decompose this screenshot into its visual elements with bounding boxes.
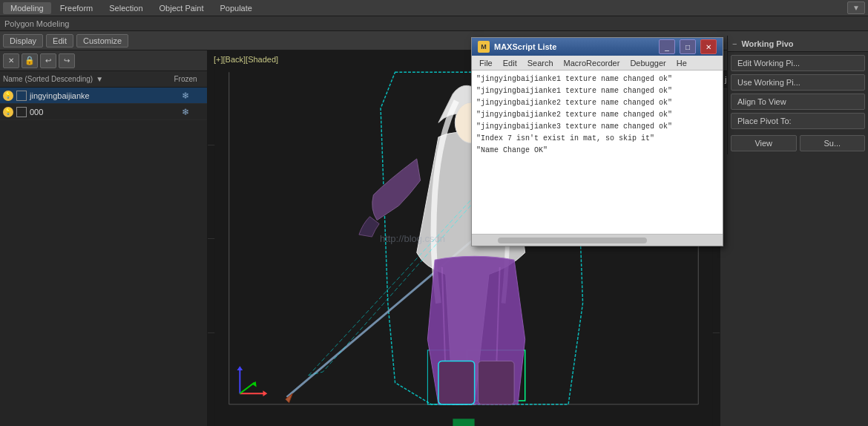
pivot-btn-su[interactable]: Su... [800, 135, 866, 151]
maxscript-menu-search[interactable]: Search [523, 57, 558, 69]
item-icon-bulb-1: 💡 [3, 107, 13, 117]
item-box-0 [16, 91, 27, 101]
menu-icon-btn[interactable]: ▼ [847, 1, 865, 14]
working-pivot-collapse-icon[interactable]: − [732, 39, 737, 48]
maxscript-line-0: "jingyingbaijianke1 texture name changed… [476, 73, 718, 85]
svg-rect-9 [438, 361, 475, 404]
left-btn-close[interactable]: ✕ [3, 53, 19, 68]
maxscript-scrollbar-area[interactable] [472, 234, 723, 246]
maxscript-line-2: "jingyingbaijianke2 texture name changed… [476, 97, 718, 109]
working-pivot-title: Working Pivo [741, 39, 793, 48]
pivot-btn-place[interactable]: Place Pivot To: [731, 113, 865, 129]
title-bar: Polygon Modeling [0, 16, 868, 31]
pivot-btn-use[interactable]: Use Working Pi... [731, 74, 865, 91]
maxscript-line-5: "Index 7 isn't exist in mat, so skip it" [476, 133, 718, 145]
list-items: 💡 jingyingbaijianke ❄ 💡 000 ❄ [0, 88, 207, 426]
left-btn-lock[interactable]: 🔒 [22, 53, 38, 68]
maxscript-line-1: "jingyingbaijianke1 texture name changed… [476, 85, 718, 97]
menu-tab-freeform[interactable]: Freeform [53, 2, 101, 14]
maxscript-menu-edit[interactable]: Edit [499, 57, 522, 69]
top-menubar: Modeling Freeform Selection Object Paint… [0, 0, 868, 16]
maxscript-title: MAXScript Liste [494, 42, 654, 51]
maxscript-hscrollbar[interactable] [498, 237, 646, 243]
working-pivot-header: − Working Pivo [728, 36, 868, 52]
maxscript-menubar: File Edit Search MacroRecorder Debugger … [472, 56, 723, 71]
item-frozen-1: ❄ [167, 107, 204, 117]
maxscript-line-4: "jingyingbaijianke3 texture name changed… [476, 121, 718, 133]
maxscript-content[interactable]: "jingyingbaijianke1 texture name changed… [472, 71, 723, 234]
menu-tab-selection[interactable]: Selection [102, 2, 150, 14]
maxscript-line-3: "jingyingbaijianke2 texture name changed… [476, 109, 718, 121]
item-frozen-0: ❄ [167, 91, 204, 101]
menu-tab-populate[interactable]: Populate [212, 2, 259, 14]
list-sort-indicator: ▼ [96, 75, 103, 83]
list-item-jingyingbaijianke[interactable]: 💡 jingyingbaijianke ❄ [0, 88, 207, 104]
list-header-name-label: Name (Sorted Descending) [3, 75, 93, 83]
svg-rect-10 [478, 361, 514, 404]
item-name-0: jingyingbaijianke [30, 91, 167, 100]
maxscript-menu-macrorecorder[interactable]: MacroRecorder [559, 57, 625, 69]
list-header: Name (Sorted Descending) ▼ Frozen [0, 71, 207, 88]
maxscript-titlebar: M MAXScript Liste _ □ ✕ [472, 38, 723, 56]
toolbar-edit[interactable]: Edit [46, 34, 73, 47]
svg-rect-12 [453, 419, 474, 426]
menu-tab-modeling[interactable]: Modeling [3, 2, 51, 14]
maxscript-menu-debugger[interactable]: Debugger [625, 57, 670, 69]
pivot-btn-align[interactable]: Align To View [731, 94, 865, 110]
left-btn-redo[interactable]: ↪ [59, 53, 75, 68]
left-toolbar: ✕ 🔒 ↩ ↪ [0, 50, 207, 71]
maxscript-menu-he[interactable]: He [672, 57, 691, 69]
pivot-view-row: View Su... [728, 132, 868, 154]
maxscript-close[interactable]: ✕ [700, 39, 717, 54]
maxscript-window: M MAXScript Liste _ □ ✕ File Edit Search… [471, 37, 723, 246]
list-header-frozen: Frozen [167, 75, 204, 83]
maxscript-line-6: "Name Change OK" [476, 145, 718, 157]
left-btn-undo[interactable]: ↩ [40, 53, 56, 68]
list-header-name[interactable]: Name (Sorted Descending) ▼ [3, 75, 167, 83]
pivot-btn-edit[interactable]: Edit Working Pi... [731, 55, 865, 71]
item-box-1 [16, 107, 27, 117]
menu-tab-object-paint[interactable]: Object Paint [152, 2, 211, 14]
maxscript-maximize[interactable]: □ [680, 39, 696, 54]
toolbar-customize[interactable]: Customize [76, 34, 128, 47]
maxscript-minimize[interactable]: _ [659, 39, 675, 54]
app-subtitle: Polygon Modeling [4, 19, 69, 28]
left-panel: ✕ 🔒 ↩ ↪ Name (Sorted Descending) ▼ Froze… [0, 50, 208, 426]
toolbar-display[interactable]: Display [3, 34, 43, 47]
item-name-1: 000 [30, 108, 167, 117]
pivot-btn-view[interactable]: View [731, 135, 797, 151]
maxscript-icon: M [478, 41, 490, 53]
working-pivot-panel: − Working Pivo Edit Working Pi... Use Wo… [727, 36, 868, 154]
item-icon-bulb-0: 💡 [3, 91, 13, 101]
maxscript-menu-file[interactable]: File [475, 57, 497, 69]
list-item-000[interactable]: 💡 000 ❄ [0, 104, 207, 120]
